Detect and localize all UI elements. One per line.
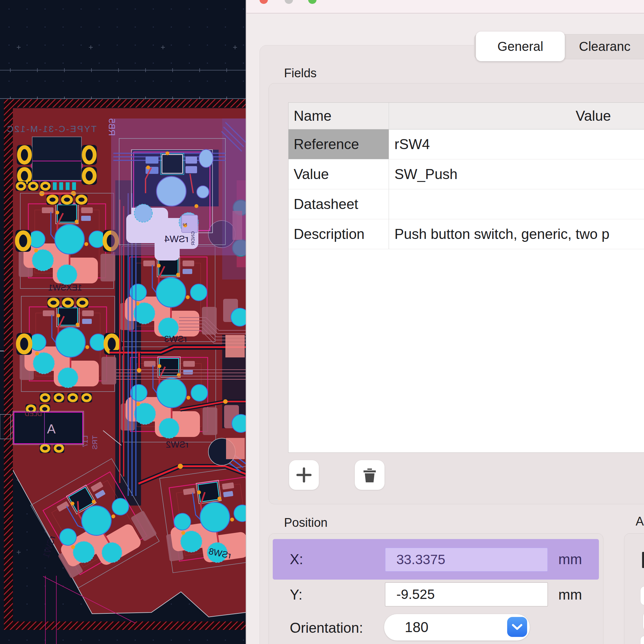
delete-field-button[interactable] xyxy=(355,460,385,490)
pcb-label-trs: TRS xyxy=(91,435,99,450)
cell-reference-value[interactable]: rSW4 xyxy=(389,129,644,159)
tab-clearances[interactable]: Clearanc xyxy=(579,34,644,59)
pcb-label-pad2: 2 xyxy=(182,223,188,226)
pcb-label-exsw: 1EXSW1 xyxy=(48,283,82,292)
cell-description-name[interactable]: Description xyxy=(289,219,389,249)
close-button[interactable] xyxy=(260,0,268,4)
orientation-combobox[interactable]: 180 xyxy=(384,614,530,641)
pcb-artwork: TYPE-C-31-M-12C xyxy=(0,0,246,644)
attributes-partial-label xyxy=(642,552,644,568)
selected-footprint-rsw4[interactable]: 2 GNDR rSW4 xyxy=(111,118,246,279)
cell-description-value[interactable]: Push button switch, generic, two p xyxy=(389,219,644,249)
attributes-partial-control-1[interactable] xyxy=(640,586,644,605)
pcb-label-usb: TYPE-C-31-M-12C xyxy=(6,124,97,134)
pcb-label-dled: DLED xyxy=(25,410,42,417)
attributes-partial-control-2[interactable] xyxy=(643,612,644,631)
pcb-label-rsw3: rSW3 xyxy=(164,334,187,344)
pcb-label-l17: L17 xyxy=(81,435,89,447)
add-field-button[interactable] xyxy=(289,460,319,490)
minimize-button[interactable] xyxy=(285,0,293,4)
cell-reference-name[interactable]: Reference xyxy=(289,129,389,159)
x-unit: mm xyxy=(558,551,582,567)
x-label: X: xyxy=(290,551,303,567)
table-row-description[interactable]: Description Push button switch, generic,… xyxy=(289,219,644,249)
orientation-dropdown-button[interactable] xyxy=(507,617,527,637)
zoom-button[interactable] xyxy=(308,0,317,4)
trash-icon xyxy=(362,467,377,483)
table-row-reference[interactable]: Reference rSW4 xyxy=(289,129,644,159)
app-window: TYPE-C-31-M-12C xyxy=(0,0,644,644)
column-header-value[interactable]: Value xyxy=(389,103,644,129)
plus-icon xyxy=(296,467,312,483)
cell-value-value[interactable]: SW_Push xyxy=(389,159,644,189)
y-unit: mm xyxy=(558,587,582,603)
chevron-down-icon xyxy=(512,623,523,630)
table-row-datasheet[interactable]: Datasheet xyxy=(289,189,644,219)
table-row-value[interactable]: Value SW_Push xyxy=(289,159,644,189)
x-input[interactable] xyxy=(385,547,548,572)
column-header-name[interactable]: Name xyxy=(289,103,389,129)
pcb-canvas[interactable]: TYPE-C-31-M-12C xyxy=(0,0,246,644)
pcb-label-rsw2: rSW2 xyxy=(166,440,188,450)
attributes-section-title: A xyxy=(636,515,644,528)
cell-value-name[interactable]: Value xyxy=(289,159,389,189)
pcb-label-rb5: RB5 xyxy=(107,118,117,136)
fields-table-header: Name Value xyxy=(289,103,644,129)
y-input[interactable] xyxy=(385,582,548,607)
dialog-titlebar[interactable] xyxy=(246,0,644,14)
cell-datasheet-name[interactable]: Datasheet xyxy=(289,189,389,219)
tab-general[interactable]: General xyxy=(476,32,565,61)
fields-table[interactable]: Name Value Reference rSW4 Value SW_Push … xyxy=(288,102,644,453)
footprint-properties-dialog: General Clearanc Fields Name Value Refer… xyxy=(246,0,644,644)
pcb-label-gndr: GNDR xyxy=(190,231,195,245)
cell-datasheet-value[interactable] xyxy=(389,189,644,219)
pcb-label-rsw4: rSW4 xyxy=(164,233,188,244)
position-section-title: Position xyxy=(284,516,327,530)
y-label: Y: xyxy=(290,587,302,603)
orientation-label: Orientation: xyxy=(290,620,363,636)
pcb-label-a: A xyxy=(47,422,56,436)
orientation-value: 180 xyxy=(405,614,428,640)
fields-section-title: Fields xyxy=(284,66,317,80)
